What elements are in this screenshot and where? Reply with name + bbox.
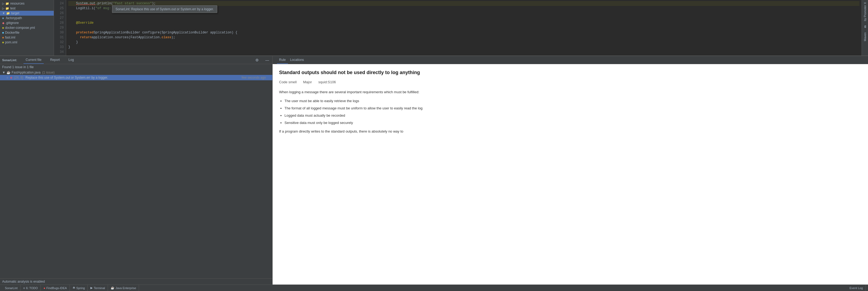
iml-icon: ■ (2, 36, 4, 39)
chevron-down-icon: ▼ (2, 11, 5, 15)
java-enterprise-icon: ☕ (111, 286, 115, 290)
tab-report[interactable]: Report (48, 56, 62, 64)
tab-log[interactable]: Log (66, 56, 76, 64)
panel-footer: Automatic analysis is enabled (0, 278, 272, 285)
tree-item-resources[interactable]: ▷ 📁 resources (0, 1, 54, 6)
code-line-27 (68, 15, 859, 21)
sonarlint-tooltip: SonarLint: Replace this use of System.ou… (112, 5, 217, 13)
settings-icon[interactable]: ⚙ (254, 58, 260, 63)
yml-icon: ■ (2, 26, 4, 29)
rule-title: Standard outputs should not be used dire… (279, 70, 862, 76)
minimize-icon[interactable]: — (264, 58, 270, 63)
status-terminal[interactable]: ▶ Terminal (88, 285, 108, 291)
docker-icon: ■ (2, 31, 4, 34)
tree-item-fast-iml[interactable]: ■ fast.iml (0, 35, 54, 40)
rule-tabs: Rule Locations (273, 56, 868, 64)
rule-type: Code smell (279, 80, 297, 84)
code-line-33: } (68, 45, 859, 49)
maven-label[interactable]: Maven (863, 30, 867, 43)
promoter-label[interactable]: by Promoter X (863, 0, 867, 23)
tree-item-test[interactable]: ▷ 📁 test (0, 6, 54, 11)
rule-meta: Code smell Major squid:S106 (279, 80, 862, 84)
sonarlint-panel: SonarLint: Current file Report Log ⚙ — F… (0, 56, 273, 285)
code-line-34 (68, 49, 859, 54)
sonarlint-brand: SonarLint: (2, 59, 17, 62)
code-line-30: protected SpringApplicationBuilder confi… (68, 30, 859, 35)
rule-bullets: The user must be able to easily retrieve… (284, 98, 862, 125)
status-sonarlint[interactable]: SonarLint (2, 285, 21, 291)
spring-icon: ☘ (72, 286, 75, 290)
code-smell-icon: ○ (6, 76, 8, 79)
status-findbugs[interactable]: ● FindBugs-IDEA (41, 285, 70, 291)
rule-bullet-0: The user must be able to easily retrieve… (284, 98, 862, 104)
folder-icon: 📁 (5, 2, 9, 5)
issue-time: few seconds ago (242, 76, 266, 79)
sonarlint-results: Found 1 issue in 1 file ▼ ☕ FastApplicat… (0, 64, 272, 278)
error-icon: ⊗ (10, 76, 12, 79)
folder-icon: 📁 (6, 11, 10, 15)
status-todo[interactable]: ≡ 6: TODO (21, 285, 41, 291)
file-icon: ☕ (6, 71, 10, 74)
xml-icon: ■ (2, 41, 4, 44)
arrow-down-icon: ▼ (2, 71, 5, 74)
right-sidebar: by Promoter X m Maven (862, 0, 868, 56)
tree-item-gitignore[interactable]: ◆ .gitignore (0, 21, 54, 25)
code-editor: SonarLint: Replace this use of System.ou… (54, 0, 862, 56)
bottom-panel: SonarLint: Current file Report Log ⚙ — F… (0, 56, 868, 285)
rule-bullet-2: Logged data must actually be recorded (284, 113, 862, 118)
issue-text: Replace this use of System.out or System… (25, 76, 239, 79)
tab-locations[interactable]: Locations (288, 56, 306, 64)
line-numbers: 24 25 26 27 28 29 30 31 32 33 34 (54, 0, 66, 56)
tree-item-docker-compose[interactable]: ■ docker-compose.yml (0, 25, 54, 30)
rule-description-intro: When logging a message there are several… (279, 89, 862, 95)
file-tree: ▷ 📁 resources ▷ 📁 test ▼ 📁 target ■ .fac… (0, 0, 54, 56)
tree-item-pom[interactable]: ■ pom.xml (0, 40, 54, 45)
issue-summary: Found 1 issue in 1 file (0, 64, 272, 70)
panel-toolbar: SonarLint: Current file Report Log ⚙ — (0, 56, 272, 64)
code-line-32: } (68, 40, 859, 45)
file-name: FastApplication.java (11, 71, 40, 74)
folder-icon: 📁 (5, 7, 9, 10)
rule-content: Standard outputs should not be used dire… (273, 64, 868, 285)
status-event-log[interactable]: Event Log (847, 285, 866, 291)
code-line-28: @Override (68, 21, 859, 25)
file-icon: ■ (2, 16, 4, 20)
status-spring[interactable]: ☘ Spring (70, 285, 88, 291)
rule-description-outro: If a program directly writes to the stan… (279, 129, 862, 135)
git-icon: ◆ (2, 21, 4, 25)
rule-key: squid:S106 (318, 80, 336, 84)
rule-description: When logging a message there are several… (279, 89, 862, 135)
status-java-enterprise[interactable]: ☕ Java Enterprise (108, 285, 139, 291)
tree-item-target[interactable]: ▼ 📁 target (0, 11, 54, 15)
issue-location: (24, 8) (14, 76, 24, 79)
tree-item-factorypath[interactable]: ■ .factorypath (0, 15, 54, 21)
issue-row-0[interactable]: ○ ⊗ (24, 8) Replace this use of System.o… (0, 75, 272, 80)
rule-panel: Rule Locations Standard outputs should n… (273, 56, 868, 285)
file-node-fastapplication[interactable]: ▼ ☕ FastApplication.java (1 issue) (0, 70, 272, 75)
todo-icon: ≡ (23, 286, 25, 290)
findbugs-icon: ● (43, 286, 45, 290)
rule-severity: Major (303, 80, 312, 84)
tab-current-file[interactable]: Current file (24, 56, 44, 64)
issue-count-badge: (1 issue) (42, 71, 55, 74)
chevron-right-icon: ▷ (2, 2, 4, 5)
m-label[interactable]: m (863, 23, 867, 30)
chevron-right-icon: ▷ (2, 7, 4, 10)
tab-rule[interactable]: Rule (277, 56, 288, 64)
status-bar: SonarLint ≡ 6: TODO ● FindBugs-IDEA ☘ Sp… (0, 285, 868, 291)
rule-bullet-1: The format of all logged message must be… (284, 106, 862, 111)
code-line-31: return application.sources(FastApplicati… (68, 35, 859, 40)
code-line-29 (68, 25, 859, 30)
tree-item-dockerfile[interactable]: ■ Dockerfile (0, 30, 54, 35)
rule-bullet-3: Sensitive data must only be logged secur… (284, 120, 862, 126)
terminal-icon: ▶ (90, 286, 93, 290)
